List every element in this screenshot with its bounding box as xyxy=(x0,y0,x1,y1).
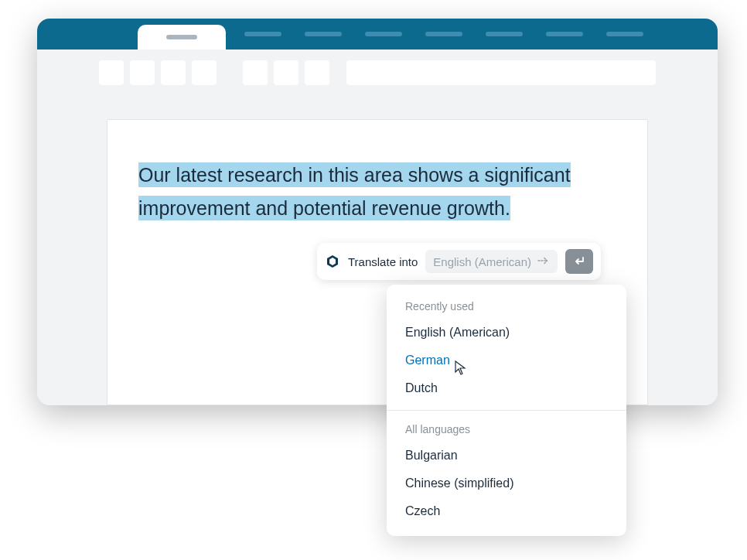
language-option-czech[interactable]: Czech xyxy=(387,497,626,525)
toolbar-button[interactable] xyxy=(130,60,155,85)
language-option-dutch[interactable]: Dutch xyxy=(387,374,626,402)
translate-label: Translate into xyxy=(348,255,418,268)
address-bar[interactable] xyxy=(346,60,656,85)
toolbar-button[interactable] xyxy=(274,60,298,85)
inactive-tab[interactable] xyxy=(606,32,643,36)
inactive-tab[interactable] xyxy=(365,32,402,36)
all-languages-label: All languages xyxy=(387,418,626,442)
translate-popup: Translate into English (American) xyxy=(317,243,601,280)
toolbar-button[interactable] xyxy=(243,60,268,85)
highlighted-text[interactable]: Our latest research in this area shows a… xyxy=(138,159,616,224)
submit-button[interactable] xyxy=(565,249,593,274)
inactive-tab[interactable] xyxy=(305,32,342,36)
recently-used-label: Recently used xyxy=(387,295,626,319)
dropdown-divider xyxy=(387,410,626,411)
arrow-right-icon xyxy=(537,254,550,268)
inactive-tab[interactable] xyxy=(244,32,281,36)
language-option-chinese-simplified[interactable]: Chinese (simplified) xyxy=(387,470,626,497)
highlighted-text-content: Our latest research in this area shows a… xyxy=(138,162,571,220)
inactive-tab[interactable] xyxy=(546,32,583,36)
language-option-german[interactable]: German xyxy=(387,347,626,374)
enter-icon xyxy=(573,256,585,267)
inactive-tab[interactable] xyxy=(486,32,523,36)
toolbar xyxy=(37,50,718,96)
toolbar-button[interactable] xyxy=(305,60,329,85)
toolbar-button[interactable] xyxy=(99,60,124,85)
language-placeholder: English (American) xyxy=(433,255,531,268)
toolbar-button[interactable] xyxy=(161,60,186,85)
translate-icon xyxy=(325,254,340,269)
active-tab-placeholder xyxy=(166,35,197,39)
language-dropdown: Recently used English (American) German … xyxy=(387,285,626,536)
toolbar-button[interactable] xyxy=(192,60,217,85)
inactive-tab[interactable] xyxy=(425,32,462,36)
language-select[interactable]: English (American) xyxy=(425,250,558,273)
active-tab[interactable] xyxy=(138,25,226,50)
language-option-bulgarian[interactable]: Bulgarian xyxy=(387,442,626,470)
language-option-english-american[interactable]: English (American) xyxy=(387,319,626,347)
